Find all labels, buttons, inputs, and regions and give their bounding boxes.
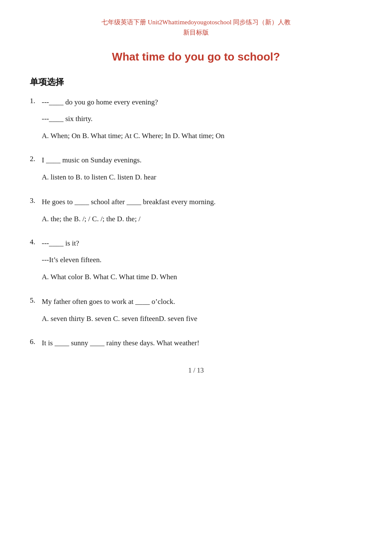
q5-options: A. seven thirty B. seven C. seven fiftee… xyxy=(42,312,362,326)
q1-num: 1. xyxy=(30,96,42,105)
q3-options: A. the; the B. /; / C. /; the D. the; / xyxy=(42,213,362,226)
question-4: 4. ---____ is it? ---It’s eleven fifteen… xyxy=(30,237,362,283)
q4-num: 4. xyxy=(30,237,42,246)
q4-options: A. What color B. What C. What time D. Wh… xyxy=(42,271,362,284)
q4-text: ---____ is it? xyxy=(42,237,362,250)
q4-answer: ---It’s eleven fifteen. xyxy=(42,254,362,266)
question-5: 5. My father often goes to work at ____ … xyxy=(30,296,362,325)
question-2: 2. I ____ music on Sunday evenings. A. l… xyxy=(30,154,362,184)
header-line1: 七年级英语下册 Unit2Whattimedoyougotoschool 同步练… xyxy=(30,17,362,27)
q1-answer: ---____ six thirty. xyxy=(42,113,362,125)
question-1: 1. ---____ do you go home every evening?… xyxy=(30,96,362,142)
question-3: 3. He goes to ____ school after ____ bre… xyxy=(30,196,362,225)
header-line2: 新目标版 xyxy=(30,27,362,38)
q6-text: It is ____ sunny ____ rainy these days. … xyxy=(42,337,362,350)
main-title: What time do you go to school? xyxy=(30,50,362,64)
q3-text: He goes to ____ school after ____ breakf… xyxy=(42,196,362,208)
q1-options: A. When; On B. What time; At C. Where; I… xyxy=(42,130,362,143)
q5-text: My father often goes to work at ____ o’c… xyxy=(42,296,362,308)
q6-num: 6. xyxy=(30,337,42,346)
q3-num: 3. xyxy=(30,196,42,205)
q2-options: A. listen to B. to listen C. listen D. h… xyxy=(42,171,362,184)
q2-text: I ____ music on Sunday evenings. xyxy=(42,154,362,167)
question-6: 6. It is ____ sunny ____ rainy these day… xyxy=(30,337,362,350)
q5-num: 5. xyxy=(30,296,42,305)
page-footer: 1 / 13 xyxy=(30,367,362,374)
page-header: 七年级英语下册 Unit2Whattimedoyougotoschool 同步练… xyxy=(30,17,362,38)
q1-text: ---____ do you go home every evening? xyxy=(42,96,362,109)
section-title: 单项选择 xyxy=(30,76,362,88)
q2-num: 2. xyxy=(30,154,42,163)
